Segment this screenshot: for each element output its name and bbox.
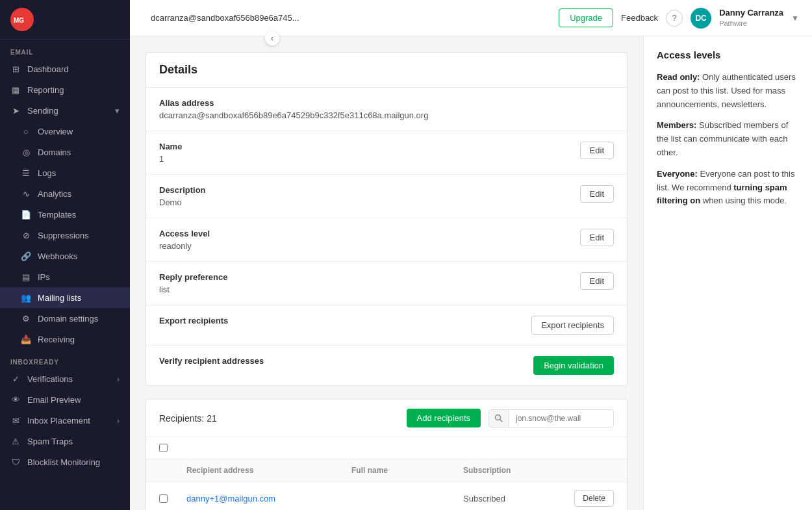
description-row: Description Demo Edit bbox=[146, 175, 627, 218]
readonly-bold: Read only: bbox=[657, 72, 700, 82]
sidebar-item-reporting[interactable]: ▦ Reporting bbox=[0, 79, 130, 100]
sidebar-item-receiving[interactable]: 📥 Receiving bbox=[0, 329, 130, 350]
export-recipients-row: Export recipients Export recipients bbox=[146, 305, 627, 346]
table-select-all-row bbox=[146, 437, 627, 459]
sidebar-item-domains[interactable]: ◎ Domains bbox=[0, 142, 130, 162]
access-para-readonly: Read only: Only authenticated users can … bbox=[657, 71, 799, 111]
sidebar-item-mailing-lists[interactable]: 👥 Mailing lists bbox=[0, 287, 130, 308]
sidebar-item-label: Email Preview bbox=[27, 395, 81, 405]
svg-text:MG: MG bbox=[14, 17, 24, 24]
details-card: Details Alias address dcarranza@sandboxa… bbox=[146, 52, 628, 386]
name-edit-button[interactable]: Edit bbox=[580, 142, 614, 159]
verify-recipients-row: Verify recipient addresses Begin validat… bbox=[146, 346, 627, 385]
access-para-members: Members: Subscribed members of the list … bbox=[657, 119, 799, 159]
sidebar-logo: MG bbox=[0, 0, 130, 40]
mail-icon: ✉ bbox=[10, 415, 21, 426]
add-recipients-button[interactable]: Add recipients bbox=[407, 409, 481, 427]
help-button[interactable]: ? bbox=[666, 10, 683, 27]
sidebar-item-domain-settings[interactable]: ⚙ Domain settings bbox=[0, 308, 130, 329]
inboxready-section-label: INBOXREADY bbox=[0, 350, 130, 368]
begin-validation-button[interactable]: Begin validation bbox=[533, 356, 614, 375]
sidebar-item-label: Reporting bbox=[27, 85, 64, 95]
right-panel: Access levels Read only: Only authentica… bbox=[643, 36, 812, 510]
delete-button-1[interactable]: Delete bbox=[574, 490, 614, 507]
recipient-address-link-1[interactable]: danny+1@mailgun.com bbox=[186, 494, 275, 504]
export-recipients-button[interactable]: Export recipients bbox=[531, 316, 614, 335]
shield-icon: 🛡 bbox=[10, 457, 21, 467]
sidebar-item-label: Spam Traps bbox=[27, 437, 73, 446]
sidebar-item-label: Domains bbox=[38, 147, 71, 157]
sidebar-item-ips[interactable]: ▤ IPs bbox=[0, 266, 130, 287]
alias-address-value: dcarranza@sandboxaf656b89e6a74529b9c332f… bbox=[159, 110, 614, 120]
globe-icon: ◎ bbox=[21, 147, 31, 157]
sidebar: MG EMAIL ⊞ Dashboard ▦ Reporting ➤ Sendi… bbox=[0, 0, 130, 510]
sidebar-item-analytics[interactable]: ∿ Analytics bbox=[0, 183, 130, 204]
recipients-count: Recipients: 21 bbox=[159, 413, 399, 424]
sidebar-item-blocklist-monitoring[interactable]: 🛡 Blocklist Monitoring bbox=[0, 452, 130, 472]
select-all-checkbox[interactable] bbox=[159, 444, 168, 452]
members-bold: Members: bbox=[657, 120, 696, 130]
name-value: 1 bbox=[159, 154, 572, 164]
verify-recipients-label: Verify recipient addresses bbox=[159, 356, 526, 366]
sidebar-item-logs[interactable]: ☰ Logs bbox=[0, 162, 130, 183]
sidebar-item-sending[interactable]: ➤ Sending ▾ bbox=[0, 100, 130, 121]
sidebar-item-label: Domain settings bbox=[38, 314, 98, 324]
sidebar-item-email-preview[interactable]: 👁 Email Preview bbox=[0, 389, 130, 410]
search-input[interactable] bbox=[509, 410, 613, 427]
sidebar-item-label: Receiving bbox=[38, 335, 75, 344]
question-mark-icon: ? bbox=[672, 13, 677, 23]
email-section-label: EMAIL bbox=[0, 40, 130, 58]
alias-address-row: Alias address dcarranza@sandboxaf656b89e… bbox=[146, 88, 627, 131]
sidebar-item-label: Logs bbox=[38, 168, 56, 178]
sidebar-item-suppressions[interactable]: ⊘ Suppressions bbox=[0, 225, 130, 246]
row-checkbox-1[interactable] bbox=[159, 494, 168, 503]
sidebar-item-webhooks[interactable]: 🔗 Webhooks bbox=[0, 246, 130, 266]
content-area: Details Alias address dcarranza@sandboxa… bbox=[130, 36, 812, 510]
sidebar-item-label: Sending bbox=[27, 106, 58, 116]
file-text-icon: 📄 bbox=[21, 209, 31, 220]
sidebar-item-spam-traps[interactable]: ⚠ Spam Traps bbox=[0, 431, 130, 452]
access-level-value: readonly bbox=[159, 241, 572, 251]
topbar-user-sub: Pathwire bbox=[719, 19, 783, 28]
export-recipients-label: Export recipients bbox=[159, 316, 524, 325]
sidebar-item-label: Blocklist Monitoring bbox=[27, 457, 100, 467]
list-icon: ☰ bbox=[21, 168, 31, 178]
search-box bbox=[488, 409, 614, 427]
sidebar-item-label: Verifications bbox=[27, 374, 73, 384]
table-header: Recipient address Full name Subscription bbox=[146, 459, 627, 482]
activity-icon: ∿ bbox=[21, 188, 31, 199]
alias-address-label: Alias address bbox=[159, 98, 614, 108]
sidebar-item-label: IPs bbox=[38, 272, 50, 282]
sidebar-item-inbox-placement[interactable]: ✉ Inbox Placement › bbox=[0, 410, 130, 431]
search-icon[interactable] bbox=[489, 410, 509, 427]
upgrade-button[interactable]: Upgrade bbox=[559, 8, 613, 27]
topbar: ‹ dcarranza@sandboxaf656b89e6a745... Upg… bbox=[130, 0, 812, 36]
main-wrapper: ‹ dcarranza@sandboxaf656b89e6a745... Upg… bbox=[130, 0, 812, 510]
bar-chart-icon: ▦ bbox=[10, 84, 21, 95]
access-level-edit-button[interactable]: Edit bbox=[580, 229, 614, 246]
details-title: Details bbox=[146, 53, 627, 88]
link-icon: 🔗 bbox=[21, 251, 31, 261]
col-header-address: Recipient address bbox=[186, 466, 344, 475]
settings-icon: ⚙ bbox=[21, 313, 31, 324]
svg-line-3 bbox=[500, 419, 503, 422]
sidebar-collapse-button[interactable]: ‹ bbox=[265, 31, 279, 45]
description-edit-button[interactable]: Edit bbox=[580, 185, 614, 203]
reply-preference-edit-button[interactable]: Edit bbox=[580, 272, 614, 290]
reply-preference-label: Reply preference bbox=[159, 272, 572, 282]
circle-icon: ○ bbox=[21, 126, 31, 136]
feedback-button[interactable]: Feedback bbox=[621, 13, 658, 23]
main-content: Details Alias address dcarranza@sandboxa… bbox=[130, 36, 643, 510]
sidebar-item-templates[interactable]: 📄 Templates bbox=[0, 204, 130, 225]
reply-preference-value: list bbox=[159, 285, 572, 294]
sidebar-item-verifications[interactable]: ✓ Verifications › bbox=[0, 368, 130, 389]
col-header-subscription: Subscription bbox=[463, 466, 554, 475]
sidebar-item-dashboard[interactable]: ⊞ Dashboard bbox=[0, 58, 130, 79]
users-icon: 👥 bbox=[21, 292, 31, 303]
everyone-text-2: when using this mode. bbox=[703, 196, 787, 205]
col-header-name: Full name bbox=[351, 466, 455, 475]
avatar: DC bbox=[691, 8, 711, 29]
topbar-chevron-icon[interactable]: ▼ bbox=[791, 14, 799, 23]
sidebar-item-overview[interactable]: ○ Overview bbox=[0, 121, 130, 142]
sidebar-item-label: Webhooks bbox=[38, 251, 77, 261]
